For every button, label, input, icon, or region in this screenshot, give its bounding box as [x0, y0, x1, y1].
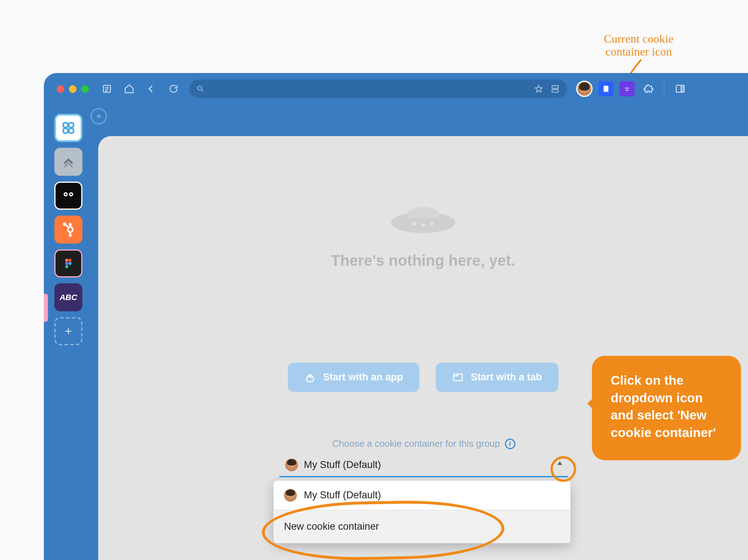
rocket-icon [304, 372, 316, 383]
cta-tab-label: Start with a tab [471, 372, 542, 383]
svg-rect-19 [63, 129, 68, 133]
svg-point-35 [68, 262, 72, 265]
ufo-icon [385, 189, 461, 241]
svg-point-42 [430, 222, 434, 226]
annotation-callout: Click on the dropdown icon and select 'N… [592, 356, 741, 460]
svg-point-27 [64, 223, 65, 225]
svg-marker-45 [557, 461, 562, 465]
dropdown-option-default[interactable]: My Stuff (Default) [274, 481, 570, 510]
svg-point-11 [628, 88, 629, 88]
figma-tile[interactable] [54, 249, 83, 277]
hubspot-tile[interactable] [54, 215, 83, 243]
hootsuite-tile[interactable] [54, 182, 83, 210]
toolbar-divider [664, 83, 665, 95]
svg-point-40 [413, 222, 416, 226]
container-select[interactable]: My Stuff (Default) [279, 456, 568, 477]
svg-rect-20 [69, 129, 73, 133]
reload-button[interactable] [165, 80, 182, 97]
empty-state: There's nothing here, yet. [331, 189, 515, 270]
start-with-app-button[interactable]: Start with an app [288, 363, 419, 392]
svg-point-34 [65, 262, 68, 265]
svg-point-31 [69, 224, 71, 225]
cta-row: Start with an app Start with a tab [288, 363, 558, 392]
svg-rect-17 [63, 123, 68, 127]
svg-rect-18 [69, 123, 73, 127]
home-icon[interactable] [121, 80, 138, 97]
add-app-tile[interactable] [54, 317, 83, 345]
svg-rect-14 [681, 85, 684, 92]
svg-point-41 [421, 223, 425, 227]
workspace-indicator [44, 294, 48, 322]
url-bar[interactable] [189, 80, 567, 98]
tab-strip [44, 104, 748, 128]
tab-icon [452, 372, 464, 383]
titlebar [44, 73, 748, 104]
side-panel-icon[interactable] [673, 81, 688, 96]
clickup-tile[interactable] [54, 148, 83, 176]
container-dropdown: My Stuff (Default) New cookie container [274, 481, 570, 543]
search-icon [196, 85, 205, 93]
star-icon[interactable] [534, 84, 543, 93]
docs-extension-icon[interactable] [598, 81, 614, 96]
annotation-cookie-icon-label: Current cookie container icon [586, 32, 691, 58]
app-sidebar: ABC [54, 114, 89, 345]
empty-state-text: There's nothing here, yet. [331, 252, 515, 270]
svg-point-29 [69, 234, 71, 236]
svg-point-33 [68, 258, 72, 262]
chooser-label: Choose a cookie container for this group… [279, 439, 568, 449]
abc-app-label: ABC [60, 293, 77, 302]
profile-avatar[interactable] [576, 81, 593, 97]
dropdown-option-new-container[interactable]: New cookie container [274, 510, 570, 543]
extensions-icon[interactable] [641, 81, 656, 96]
minimize-window-icon[interactable] [69, 85, 77, 93]
dropdown-option-label: New cookie container [284, 521, 379, 533]
svg-marker-6 [535, 85, 542, 92]
cta-app-label: Start with an app [323, 372, 403, 383]
start-with-tab-button[interactable]: Start with a tab [436, 363, 558, 392]
new-tab-button[interactable] [91, 108, 107, 124]
option-avatar-icon [284, 489, 297, 502]
back-button[interactable] [142, 80, 160, 97]
window-controls[interactable] [57, 85, 89, 93]
browser-window: ABC There's nothing here, yet. [44, 73, 748, 560]
smile-extension-icon[interactable] [619, 81, 635, 96]
content-area: There's nothing here, yet. Start with an… [98, 136, 748, 560]
svg-point-24 [70, 193, 72, 195]
svg-point-32 [65, 258, 68, 262]
svg-point-23 [65, 193, 66, 195]
svg-rect-8 [552, 89, 558, 92]
maximize-window-icon[interactable] [81, 85, 89, 93]
caret-up-icon [557, 460, 563, 466]
dropdown-option-label: My Stuff (Default) [304, 490, 381, 501]
layout-group-icon[interactable] [550, 84, 560, 93]
abc-app-tile[interactable]: ABC [54, 283, 83, 311]
svg-point-36 [65, 265, 68, 268]
close-window-icon[interactable] [57, 85, 64, 93]
container-avatar-icon [285, 459, 298, 471]
svg-rect-7 [552, 86, 558, 88]
cookie-container-chooser: Choose a cookie container for this group… [279, 439, 568, 477]
container-select-value: My Stuff (Default) [304, 459, 381, 471]
info-icon[interactable]: i [505, 439, 515, 449]
apps-grid-tile[interactable] [54, 114, 83, 142]
dropdown-caret-button[interactable] [552, 455, 568, 471]
svg-point-43 [309, 375, 311, 377]
svg-point-10 [626, 88, 626, 88]
svg-point-4 [198, 86, 202, 90]
svg-rect-9 [604, 86, 608, 92]
svg-line-5 [202, 90, 203, 92]
list-icon[interactable] [98, 80, 116, 97]
